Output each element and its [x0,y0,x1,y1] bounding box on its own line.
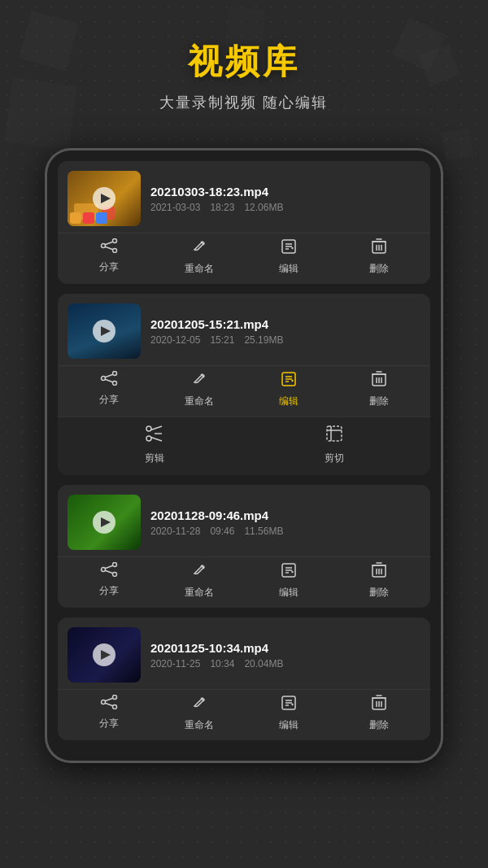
share-button-2[interactable]: 分享 [64,371,155,408]
svg-line-60 [105,703,113,706]
delete-button-2[interactable]: 删除 [334,371,425,408]
delete-label-1: 删除 [369,262,389,276]
edit-label-2: 编辑 [279,395,298,408]
share-icon-2 [100,371,118,390]
edit-icon-1 [281,238,297,259]
video-time-3: 09:46 [210,526,234,537]
svg-line-3 [105,242,113,245]
video-filename-2: 20201205-15:21.mp4 [150,317,420,331]
action-row-3: 分享 重命名 [58,556,430,608]
edit-panel-2: 剪辑 剪切 [58,417,430,475]
action-row-1: 分享 重命名 [58,233,430,284]
svg-point-42 [102,568,106,572]
crop-icon [325,424,344,448]
delete-icon-2 [372,371,386,391]
delete-label-4: 删除 [369,718,389,732]
rename-button-4[interactable]: 重命名 [155,695,245,732]
video-filename-4: 20201125-10:34.mp4 [150,641,420,655]
rename-button-3[interactable]: 重命名 [155,562,245,600]
video-meta-1: 2021-03-03 18:23 12.06MB [150,202,420,213]
svg-point-18 [102,377,106,381]
play-button-2[interactable] [93,320,115,342]
video-filename-3: 20201128-09:46.mp4 [150,508,420,522]
svg-rect-37 [327,426,342,441]
edit-button-2[interactable]: 编辑 [244,371,334,408]
rename-button-1[interactable]: 重命名 [155,238,245,276]
video-item-4: 20201125-10:34.mp4 2020-11-25 10:34 20.0… [58,617,430,740]
share-icon-1 [100,238,118,257]
video-date-1: 2021-03-03 [150,202,200,213]
delete-button-3[interactable]: 删除 [334,562,425,600]
svg-point-40 [113,563,117,567]
video-main-row-4: 20201125-10:34.mp4 2020-11-25 10:34 20.0… [58,617,430,689]
svg-point-16 [113,372,117,376]
svg-point-17 [113,382,117,386]
share-label-4: 分享 [99,717,119,731]
phone-frame: 20210303-18:23.mp4 2021-03-03 18:23 12.0… [45,148,443,763]
video-size-3: 11.56MB [244,526,283,537]
cut-edit-button[interactable]: 剪辑 [64,424,244,465]
share-button-3[interactable]: 分享 [64,562,155,600]
edit-button-1[interactable]: 编辑 [244,238,334,276]
play-button-3[interactable] [93,511,115,534]
rename-icon-1 [191,238,207,259]
video-meta-3: 2020-11-28 09:46 11.56MB [150,526,420,537]
video-filename-1: 20210303-18:23.mp4 [150,185,420,198]
cut-clip-label: 剪切 [325,451,344,465]
video-meta-2: 2020-12-05 15:21 25.19MB [150,334,420,346]
edit-label-3: 编辑 [279,586,298,600]
video-thumbnail-3[interactable] [68,495,141,550]
video-thumbnail-1[interactable] [68,171,141,226]
video-meta-4: 2020-11-25 10:34 20.04MB [150,658,420,670]
delete-icon-3 [372,562,386,582]
svg-line-44 [105,570,113,574]
page-subtitle: 大量录制视频 随心编辑 [0,93,488,112]
video-info-2: 20201205-15:21.mp4 2020-12-05 15:21 25.1… [150,317,420,346]
play-button-4[interactable] [93,643,115,666]
svg-line-20 [105,379,113,382]
video-date-2: 2020-12-05 [150,334,200,346]
rename-icon-4 [191,695,207,715]
video-item-3: 20201128-09:46.mp4 2020-11-28 09:46 11.5… [58,485,430,608]
share-icon-4 [100,695,118,713]
video-list: 20210303-18:23.mp4 2021-03-03 18:23 12.0… [58,161,430,750]
video-main-row-2: 20201205-15:21.mp4 2020-12-05 15:21 25.1… [58,294,430,365]
svg-line-43 [105,565,113,569]
video-main-row-1: 20210303-18:23.mp4 2021-03-03 18:23 12.0… [58,161,430,233]
svg-line-4 [105,246,113,250]
share-label-2: 分享 [99,393,119,407]
rename-button-2[interactable]: 重命名 [155,371,245,408]
svg-line-34 [150,426,162,430]
svg-point-32 [146,426,151,431]
action-row-2: 分享 重命名 [58,365,430,417]
video-thumbnail-2[interactable] [68,303,141,359]
svg-point-2 [102,244,106,248]
edit-icon-4 [281,695,297,715]
share-icon-3 [100,562,118,581]
cut-edit-label: 剪辑 [145,451,164,465]
svg-line-35 [150,438,162,442]
video-time-1: 18:23 [210,202,234,213]
svg-point-41 [113,573,117,577]
video-main-row-3: 20201128-09:46.mp4 2020-11-28 09:46 11.5… [58,485,430,556]
rename-label-4: 重命名 [185,718,214,732]
thumb-play-area [68,171,141,226]
rename-icon-2 [191,371,207,391]
svg-point-58 [102,700,106,704]
delete-button-1[interactable]: 删除 [334,238,425,276]
edit-button-4[interactable]: 编辑 [244,695,334,732]
share-button-1[interactable]: 分享 [64,238,155,276]
share-label-3: 分享 [99,584,119,598]
cut-clip-button[interactable]: 剪切 [244,424,424,465]
video-thumbnail-4[interactable] [68,627,141,683]
svg-point-0 [113,239,117,243]
delete-button-4[interactable]: 删除 [334,695,425,732]
thumb-play-area-2 [68,303,141,359]
video-item-1: 20210303-18:23.mp4 2021-03-03 18:23 12.0… [58,161,430,284]
edit-label-4: 编辑 [279,718,298,732]
rename-label-2: 重命名 [185,395,214,408]
play-button-1[interactable] [93,187,115,210]
edit-button-3[interactable]: 编辑 [244,562,334,600]
rename-label-1: 重命名 [185,262,214,276]
share-button-4[interactable]: 分享 [64,695,155,732]
